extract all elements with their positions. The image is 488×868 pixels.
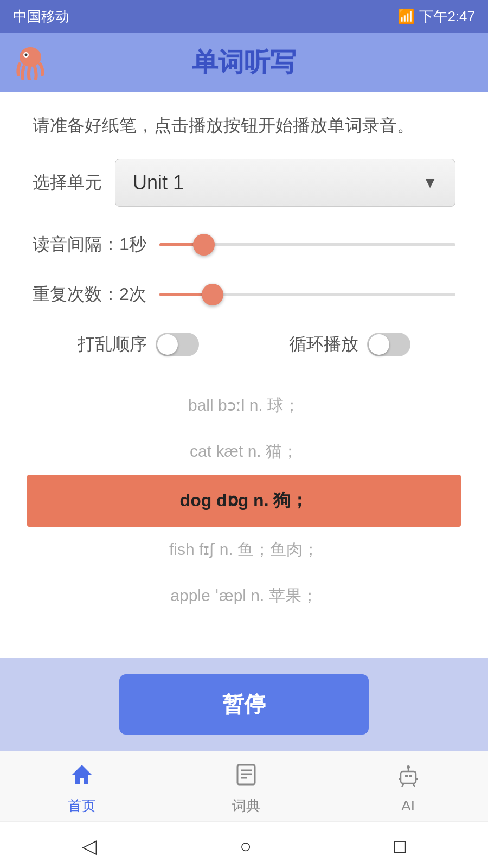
shuffle-label: 打乱顺序 (78, 333, 147, 356)
status-bar: 中国移动 📶 下午2:47 (0, 0, 488, 33)
pause-button[interactable]: 暂停 (119, 674, 369, 735)
home-button[interactable]: ○ (240, 835, 252, 858)
loop-toggle-item: 循环播放 (289, 333, 410, 356)
page-title: 单词听写 (192, 45, 296, 80)
svg-rect-9 (405, 775, 408, 777)
loop-label: 循环播放 (289, 333, 358, 356)
svg-point-12 (407, 765, 410, 769)
shuffle-toggle[interactable] (156, 333, 199, 356)
back-button[interactable]: ◁ (82, 835, 97, 858)
time-label: 下午2:47 (419, 7, 475, 26)
nav-item-dict[interactable]: 词典 (232, 763, 260, 815)
recents-button[interactable]: □ (394, 835, 406, 858)
reading-interval-thumb[interactable] (193, 234, 215, 256)
reading-interval-track[interactable] (159, 243, 455, 246)
unit-selector-row: 选择单元 Unit 1 ▼ (33, 159, 455, 207)
shuffle-toggle-knob (157, 334, 178, 355)
svg-rect-8 (401, 771, 416, 783)
repeat-count-row: 重复次数：2次 (33, 283, 455, 307)
android-nav: ◁ ○ □ (0, 821, 488, 868)
svg-marker-3 (72, 765, 92, 784)
nav-item-home[interactable]: 首页 (68, 763, 96, 815)
app-logo (13, 45, 48, 80)
word-list: ball bɔːl n. 球；cat kæt n. 猫；dog dɒg n. 狗… (33, 382, 455, 619)
play-button-area: 暂停 (0, 658, 488, 751)
carrier-label: 中国移动 (13, 7, 69, 26)
reading-interval-row: 读音间隔：1秒 (33, 233, 455, 257)
repeat-count-label: 重复次数：2次 (33, 283, 146, 307)
nav-label-home: 首页 (68, 796, 96, 815)
repeat-count-track[interactable] (159, 293, 455, 296)
main-content: 请准备好纸笔，点击播放按钮开始播放单词录音。 选择单元 Unit 1 ▼ 读音间… (0, 92, 488, 658)
word-item: fish fɪʃ n. 鱼；鱼肉； (33, 527, 455, 573)
unit-select-dropdown[interactable]: Unit 1 ▼ (115, 159, 455, 207)
word-item: ball bɔːl n. 球； (33, 382, 455, 429)
word-item: cat kæt n. 猫； (33, 429, 455, 475)
toggle-row: 打乱顺序 循环播放 (33, 333, 455, 356)
nav-label-dict: 词典 (232, 796, 260, 815)
home-icon (70, 763, 94, 792)
dropdown-arrow-icon: ▼ (422, 174, 438, 192)
bottom-nav: 首页 词典 AI (0, 751, 488, 821)
unit-select-value: Unit 1 (133, 171, 184, 194)
word-item: dog dɒg n. 狗； (27, 475, 461, 527)
nav-label-ai: AI (401, 797, 415, 814)
app-header: 单词听写 (0, 33, 488, 92)
repeat-count-thumb[interactable] (202, 284, 223, 305)
unit-selector-label: 选择单元 (33, 171, 102, 195)
svg-point-0 (20, 47, 41, 67)
ai-icon (396, 764, 420, 793)
instruction-text: 请准备好纸笔，点击播放按钮开始播放单词录音。 (33, 112, 455, 139)
loop-toggle-knob (369, 334, 389, 355)
dict-icon (234, 763, 258, 792)
signal-icon: 📶 (397, 8, 415, 25)
word-item: apple ˈæpl n. 苹果； (33, 573, 455, 619)
svg-point-2 (25, 54, 28, 56)
nav-item-ai[interactable]: AI (396, 764, 420, 814)
shuffle-toggle-item: 打乱顺序 (78, 333, 199, 356)
loop-toggle[interactable] (367, 333, 410, 356)
reading-interval-label: 读音间隔：1秒 (33, 233, 146, 257)
status-right: 📶 下午2:47 (397, 7, 475, 26)
svg-rect-10 (409, 775, 412, 777)
